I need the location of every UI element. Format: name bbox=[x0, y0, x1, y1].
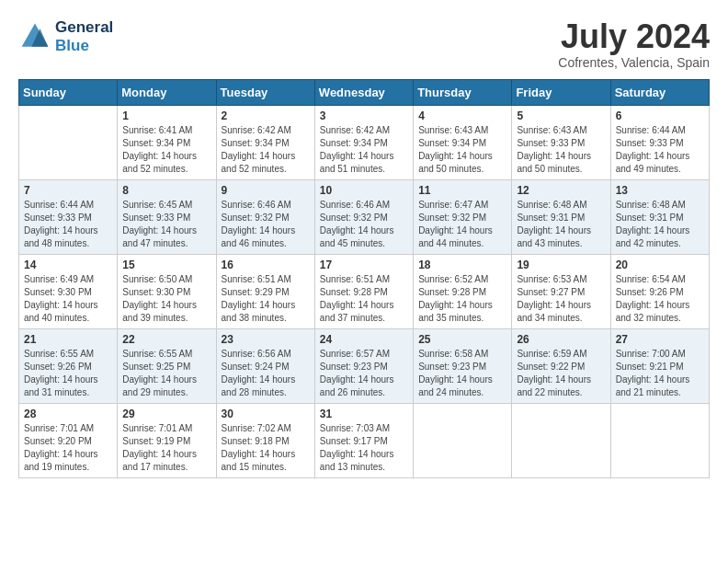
calendar-cell: 14Sunrise: 6:49 AMSunset: 9:30 PMDayligh… bbox=[19, 254, 118, 328]
calendar-cell: 28Sunrise: 7:01 AMSunset: 9:20 PMDayligh… bbox=[19, 403, 118, 477]
calendar-cell: 19Sunrise: 6:53 AMSunset: 9:27 PMDayligh… bbox=[512, 254, 610, 328]
cell-content: Sunrise: 6:56 AMSunset: 9:24 PMDaylight:… bbox=[222, 348, 310, 399]
day-number: 8 bbox=[122, 184, 210, 197]
cell-content: Sunrise: 6:51 AMSunset: 9:29 PMDaylight:… bbox=[222, 273, 310, 325]
cell-content: Sunrise: 6:42 AMSunset: 9:34 PMDaylight:… bbox=[222, 124, 310, 176]
cell-content: Sunrise: 6:44 AMSunset: 9:33 PMDaylight:… bbox=[24, 199, 112, 250]
day-header-saturday: Saturday bbox=[610, 79, 709, 105]
calendar-cell: 11Sunrise: 6:47 AMSunset: 9:32 PMDayligh… bbox=[414, 179, 512, 254]
day-number: 19 bbox=[517, 259, 605, 271]
cell-content: Sunrise: 7:03 AMSunset: 9:17 PMDaylight:… bbox=[320, 422, 408, 474]
calendar-cell: 8Sunrise: 6:45 AMSunset: 9:33 PMDaylight… bbox=[118, 179, 216, 254]
day-number: 20 bbox=[616, 259, 704, 271]
calendar-week-row: 28Sunrise: 7:01 AMSunset: 9:20 PMDayligh… bbox=[19, 403, 710, 477]
cell-content: Sunrise: 7:02 AMSunset: 9:18 PMDaylight:… bbox=[222, 422, 310, 474]
day-number: 13 bbox=[616, 184, 704, 197]
day-number: 23 bbox=[222, 333, 310, 346]
day-number: 29 bbox=[122, 408, 210, 420]
day-number: 3 bbox=[320, 109, 408, 122]
calendar-cell: 12Sunrise: 6:48 AMSunset: 9:31 PMDayligh… bbox=[512, 179, 610, 254]
logo-icon bbox=[18, 20, 51, 53]
cell-content: Sunrise: 6:42 AMSunset: 9:34 PMDaylight:… bbox=[320, 124, 408, 176]
calendar-week-row: 21Sunrise: 6:55 AMSunset: 9:26 PMDayligh… bbox=[19, 328, 710, 403]
day-number: 1 bbox=[122, 109, 210, 122]
cell-content: Sunrise: 6:58 AMSunset: 9:23 PMDaylight:… bbox=[418, 348, 506, 399]
calendar-cell: 18Sunrise: 6:52 AMSunset: 9:28 PMDayligh… bbox=[414, 254, 512, 328]
calendar-cell: 1Sunrise: 6:41 AMSunset: 9:34 PMDaylight… bbox=[118, 105, 216, 179]
calendar-week-row: 7Sunrise: 6:44 AMSunset: 9:33 PMDaylight… bbox=[19, 179, 710, 254]
day-number: 15 bbox=[122, 259, 210, 271]
calendar-cell: 5Sunrise: 6:43 AMSunset: 9:33 PMDaylight… bbox=[512, 105, 610, 179]
calendar-cell: 23Sunrise: 6:56 AMSunset: 9:24 PMDayligh… bbox=[216, 328, 314, 403]
calendar-cell: 7Sunrise: 6:44 AMSunset: 9:33 PMDaylight… bbox=[19, 179, 118, 254]
calendar-cell: 3Sunrise: 6:42 AMSunset: 9:34 PMDaylight… bbox=[314, 105, 413, 179]
day-header-monday: Monday bbox=[118, 79, 216, 105]
cell-content: Sunrise: 6:43 AMSunset: 9:34 PMDaylight:… bbox=[418, 124, 506, 176]
cell-content: Sunrise: 6:48 AMSunset: 9:31 PMDaylight:… bbox=[517, 199, 605, 250]
month-title: July 2024 bbox=[558, 18, 710, 55]
cell-content: Sunrise: 6:59 AMSunset: 9:22 PMDaylight:… bbox=[517, 348, 605, 399]
cell-content: Sunrise: 6:43 AMSunset: 9:33 PMDaylight:… bbox=[517, 124, 605, 176]
day-header-tuesday: Tuesday bbox=[216, 79, 314, 105]
cell-content: Sunrise: 6:55 AMSunset: 9:26 PMDaylight:… bbox=[24, 348, 112, 399]
day-number: 14 bbox=[24, 259, 112, 271]
cell-content: Sunrise: 6:54 AMSunset: 9:26 PMDaylight:… bbox=[616, 273, 704, 325]
cell-content: Sunrise: 7:00 AMSunset: 9:21 PMDaylight:… bbox=[616, 348, 704, 399]
calendar-cell: 17Sunrise: 6:51 AMSunset: 9:28 PMDayligh… bbox=[314, 254, 413, 328]
page-header: General Blue July 2024 Cofrentes, Valenc… bbox=[18, 18, 710, 70]
cell-content: Sunrise: 6:46 AMSunset: 9:32 PMDaylight:… bbox=[222, 199, 310, 250]
calendar-cell bbox=[19, 105, 118, 179]
day-number: 2 bbox=[222, 109, 310, 122]
day-number: 6 bbox=[616, 109, 704, 122]
day-header-thursday: Thursday bbox=[414, 79, 512, 105]
calendar-cell: 15Sunrise: 6:50 AMSunset: 9:30 PMDayligh… bbox=[118, 254, 216, 328]
calendar-cell: 21Sunrise: 6:55 AMSunset: 9:26 PMDayligh… bbox=[19, 328, 118, 403]
cell-content: Sunrise: 6:51 AMSunset: 9:28 PMDaylight:… bbox=[320, 273, 408, 325]
cell-content: Sunrise: 6:57 AMSunset: 9:23 PMDaylight:… bbox=[320, 348, 408, 399]
calendar-cell: 30Sunrise: 7:02 AMSunset: 9:18 PMDayligh… bbox=[216, 403, 314, 477]
day-number: 31 bbox=[320, 408, 408, 420]
cell-content: Sunrise: 6:55 AMSunset: 9:25 PMDaylight:… bbox=[122, 348, 210, 399]
cell-content: Sunrise: 6:46 AMSunset: 9:32 PMDaylight:… bbox=[320, 199, 408, 250]
location: Cofrentes, Valencia, Spain bbox=[558, 55, 710, 70]
day-number: 16 bbox=[222, 259, 310, 271]
day-number: 25 bbox=[418, 333, 506, 346]
calendar-week-row: 14Sunrise: 6:49 AMSunset: 9:30 PMDayligh… bbox=[19, 254, 710, 328]
day-number: 12 bbox=[517, 184, 605, 197]
cell-content: Sunrise: 6:53 AMSunset: 9:27 PMDaylight:… bbox=[517, 273, 605, 325]
day-number: 27 bbox=[616, 333, 704, 346]
calendar-cell: 25Sunrise: 6:58 AMSunset: 9:23 PMDayligh… bbox=[414, 328, 512, 403]
calendar-cell bbox=[512, 403, 610, 477]
cell-content: Sunrise: 6:47 AMSunset: 9:32 PMDaylight:… bbox=[418, 199, 506, 250]
day-number: 11 bbox=[418, 184, 506, 197]
calendar-header-row: SundayMondayTuesdayWednesdayThursdayFrid… bbox=[19, 79, 710, 105]
calendar-cell: 6Sunrise: 6:44 AMSunset: 9:33 PMDaylight… bbox=[610, 105, 709, 179]
calendar-cell: 27Sunrise: 7:00 AMSunset: 9:21 PMDayligh… bbox=[610, 328, 709, 403]
calendar-cell: 10Sunrise: 6:46 AMSunset: 9:32 PMDayligh… bbox=[314, 179, 413, 254]
day-number: 5 bbox=[517, 109, 605, 122]
logo-text-line2: Blue bbox=[55, 37, 113, 55]
calendar-cell bbox=[414, 403, 512, 477]
cell-content: Sunrise: 6:41 AMSunset: 9:34 PMDaylight:… bbox=[122, 124, 210, 176]
calendar-cell: 4Sunrise: 6:43 AMSunset: 9:34 PMDaylight… bbox=[414, 105, 512, 179]
cell-content: Sunrise: 7:01 AMSunset: 9:20 PMDaylight:… bbox=[24, 422, 112, 474]
calendar-cell: 22Sunrise: 6:55 AMSunset: 9:25 PMDayligh… bbox=[118, 328, 216, 403]
day-number: 22 bbox=[122, 333, 210, 346]
calendar-cell: 16Sunrise: 6:51 AMSunset: 9:29 PMDayligh… bbox=[216, 254, 314, 328]
logo: General Blue bbox=[18, 18, 113, 54]
calendar-cell: 31Sunrise: 7:03 AMSunset: 9:17 PMDayligh… bbox=[314, 403, 413, 477]
calendar-cell: 2Sunrise: 6:42 AMSunset: 9:34 PMDaylight… bbox=[216, 105, 314, 179]
day-number: 10 bbox=[320, 184, 408, 197]
calendar-cell: 9Sunrise: 6:46 AMSunset: 9:32 PMDaylight… bbox=[216, 179, 314, 254]
title-section: July 2024 Cofrentes, Valencia, Spain bbox=[558, 18, 710, 70]
day-number: 21 bbox=[24, 333, 112, 346]
day-number: 7 bbox=[24, 184, 112, 197]
cell-content: Sunrise: 6:45 AMSunset: 9:33 PMDaylight:… bbox=[122, 199, 210, 250]
calendar-cell: 29Sunrise: 7:01 AMSunset: 9:19 PMDayligh… bbox=[118, 403, 216, 477]
cell-content: Sunrise: 6:49 AMSunset: 9:30 PMDaylight:… bbox=[24, 273, 112, 325]
calendar-cell: 20Sunrise: 6:54 AMSunset: 9:26 PMDayligh… bbox=[610, 254, 709, 328]
calendar-cell bbox=[610, 403, 709, 477]
calendar-cell: 13Sunrise: 6:48 AMSunset: 9:31 PMDayligh… bbox=[610, 179, 709, 254]
calendar-cell: 24Sunrise: 6:57 AMSunset: 9:23 PMDayligh… bbox=[314, 328, 413, 403]
calendar-cell: 26Sunrise: 6:59 AMSunset: 9:22 PMDayligh… bbox=[512, 328, 610, 403]
